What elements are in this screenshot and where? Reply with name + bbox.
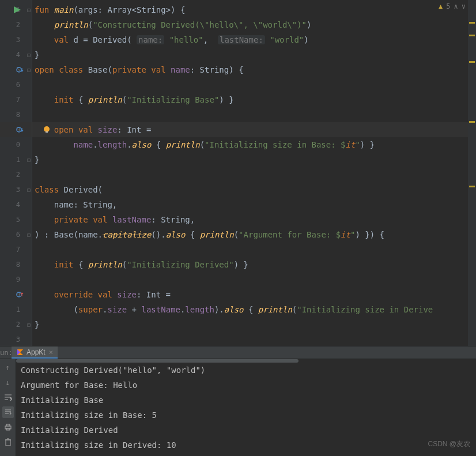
warning-count: 5 [446,2,450,10]
gutter: 1 ⊟ 2 3 4⊟ 5 ⊟ 6 7 8 9 0 1⊟ 2 3⊟ 4 5 6⊟ … [0,0,32,346]
line-num: 8 [16,111,20,119]
override-down-icon[interactable] [16,66,24,73]
fold-icon[interactable]: ⊟ [27,52,31,58]
run-header: un: AppKt × [0,346,476,359]
horizontal-scrollbar[interactable] [16,359,299,363]
soft-wrap-icon[interactable] [2,391,14,403]
line-num: 2 [16,171,20,179]
console-line: Initializing Base [21,393,471,408]
override-down-icon[interactable] [16,126,24,133]
svg-marker-0 [14,6,21,13]
line-num: 6 [16,81,20,89]
scroll-to-end-icon[interactable] [2,406,14,418]
fold-icon[interactable]: ⊟ [27,232,31,238]
run-toolbar: ↑ ↓ [0,359,16,456]
svg-point-2 [17,127,21,132]
fold-icon[interactable]: ⊟ [27,187,31,193]
fold-icon[interactable]: ⊟ [27,7,31,13]
override-up-icon[interactable] [16,291,24,298]
svg-rect-11 [6,440,10,446]
console-line: Initializing size in Derived: 10 [21,438,471,453]
console-line: Initializing Derived [21,423,471,438]
run-icon[interactable] [14,6,21,13]
line-num: 3 [16,186,20,194]
close-icon[interactable]: × [49,348,53,356]
line-num: 9 [16,276,20,284]
arrow-up-icon[interactable]: ↑ [2,361,14,373]
line-num: 3 [16,336,20,344]
console-line: Initializing size in Base: 5 [21,408,471,423]
fold-icon[interactable]: ⊟ [27,157,31,163]
line-num: 2 [16,21,20,29]
watermark: CSDN @友农 [428,439,470,449]
run-tab[interactable]: AppKt × [12,346,58,359]
line-num: 0 [16,141,20,149]
intention-bulb-icon[interactable] [43,126,51,134]
console-output[interactable]: Constructing Derived("hello", "world") A… [16,359,476,456]
line-num: 2 [16,321,20,329]
svg-point-3 [17,292,21,297]
warning-icon: ▲ [439,2,443,10]
line-num: 4 [16,201,20,209]
svg-point-4 [44,126,50,132]
arrow-down-icon[interactable]: ↓ [2,376,14,388]
print-icon[interactable] [2,421,14,433]
chevron-up-icon[interactable]: ∧ [454,2,458,10]
line-num: 3 [16,36,20,44]
line-num: 8 [16,261,20,269]
line-num: 4 [16,51,20,59]
line-num: 5 [16,216,20,224]
svg-rect-9 [6,424,10,426]
run-label: un: [0,349,12,357]
fold-icon[interactable]: ⊟ [27,322,31,328]
code-content[interactable]: fun main(args: Array<String>) { println(… [32,0,476,346]
line-num: 1 [16,156,20,164]
kotlin-file-icon [16,348,24,356]
line-num: 1 [16,306,20,314]
svg-rect-5 [46,131,48,133]
line-num: 7 [16,246,20,254]
svg-point-1 [17,67,21,72]
run-tool-window: un: AppKt × ↑ ↓ Constructing Derived("he… [0,346,476,456]
console-line: Constructing Derived("hello", "world") [21,363,471,378]
clear-icon[interactable] [2,436,14,448]
run-tab-label: AppKt [27,348,46,356]
error-stripe[interactable] [468,0,476,346]
line-num: 6 [16,231,20,239]
chevron-down-icon[interactable]: ∨ [462,2,466,10]
inspections-widget[interactable]: ▲ 5 ∧ ∨ [439,2,466,10]
console-line: Argument for Base: Hello [21,378,471,393]
line-num: 7 [16,96,20,104]
code-editor[interactable]: 1 ⊟ 2 3 4⊟ 5 ⊟ 6 7 8 9 0 1⊟ 2 3⊟ 4 5 6⊟ … [0,0,476,346]
fold-icon[interactable]: ⊟ [27,67,31,73]
